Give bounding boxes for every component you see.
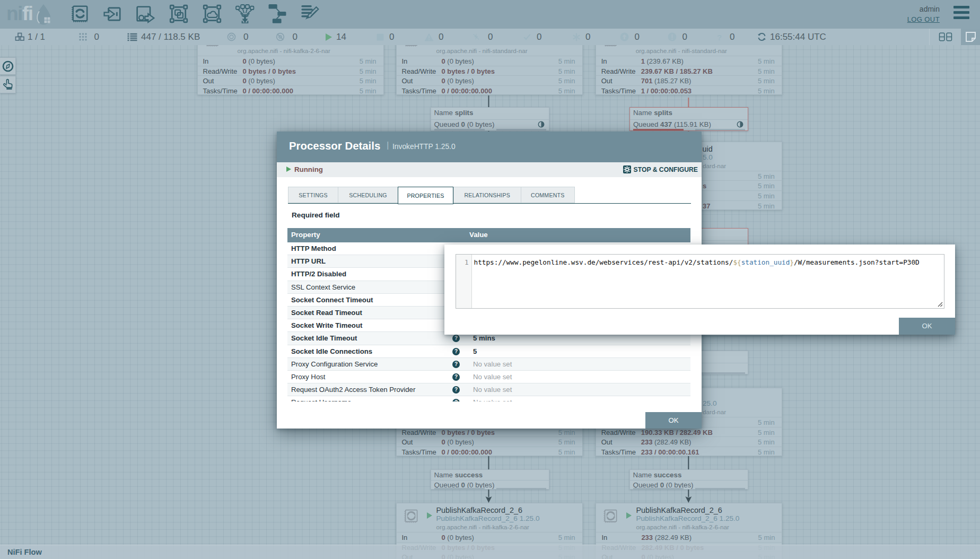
row-value: 0 bytes / 0 bytes	[442, 429, 495, 436]
dialog-ok-button[interactable]: OK	[645, 412, 702, 429]
processor-stat-row: Tasks/Time233 / 00:00:00.1615 min	[596, 447, 782, 457]
processor-subtitle-fragment: 5.0	[703, 153, 713, 161]
tab-scheduling[interactable]: SCHEDULING	[338, 187, 398, 203]
stat-detail: (0 bytes)	[445, 438, 474, 446]
help-question-icon[interactable]: ?	[452, 335, 460, 342]
processor-stat-row: Out0 (0 bytes)5 min	[397, 75, 582, 85]
processor-stat-row: In0 (0 bytes)5 min	[198, 56, 383, 66]
bulletin-note-button[interactable]	[961, 29, 980, 45]
drag-process-group-icon[interactable]	[169, 4, 188, 23]
property-value[interactable]: No value set	[473, 360, 512, 368]
sticky-note-icon	[965, 31, 976, 42]
row-label: Out	[402, 438, 413, 446]
connection-splits-left[interactable]: Name splits Queued 0 (0 bytes)	[431, 107, 549, 131]
drag-label-icon[interactable]	[301, 4, 320, 23]
connection-success-right[interactable]: Name success Queued 0 (0 bytes)	[629, 469, 748, 490]
help-question-icon[interactable]: ?	[452, 386, 460, 394]
row-period: 5 min	[758, 418, 775, 426]
refresh-icon[interactable]	[757, 32, 766, 41]
tab-settings[interactable]: SETTINGS	[288, 187, 338, 203]
flow-status-bar: 1 / 1 0 447 / 118.5 KB	[0, 29, 980, 45]
property-row[interactable]: Request OAuth2 Access Token Provider?No …	[287, 383, 690, 396]
row-value-fragment: 37	[703, 202, 710, 210]
status-invalid: 0	[424, 29, 443, 45]
grid-toggle-button[interactable]	[930, 29, 961, 45]
logout-link[interactable]: LOG OUT	[907, 15, 940, 23]
status-up-to-date: 0	[523, 29, 541, 45]
transmitting-count: 0	[243, 32, 248, 42]
row-period: 5 min	[558, 429, 575, 436]
processor-top-left[interactable]: org.apache.nifi - nifi-kafka-2-6-nar In0…	[197, 45, 384, 95]
status-refresh[interactable]: 16:55:44 UTC	[757, 29, 826, 45]
stopped-count: 0	[389, 32, 394, 42]
row-value: 0 (0 bytes)	[442, 77, 474, 85]
tab-relationships[interactable]: RELATIONSHIPS	[453, 187, 521, 203]
popup-ok-button[interactable]: OK	[899, 318, 955, 335]
row-period: 5 min	[758, 448, 775, 456]
stat-detail: (0 bytes)	[445, 57, 474, 65]
drag-funnel-icon[interactable]	[235, 4, 255, 23]
help-question-icon[interactable]: ?	[452, 373, 460, 381]
drag-remote-process-group-icon[interactable]	[203, 4, 222, 23]
row-label: Out	[402, 77, 413, 85]
row-period: 5 min	[758, 192, 775, 200]
queued-count: 447 / 118.5 KB	[141, 32, 200, 42]
global-menu-icon[interactable]	[953, 6, 970, 22]
status-disabled: 0	[472, 29, 493, 45]
processor-stat-row: In0 (0 bytes)5 min	[397, 56, 582, 66]
row-value: 190.33 KB / 282.49 KB	[641, 429, 713, 436]
last-refresh-time: 16:55:44 UTC	[770, 32, 826, 42]
drag-output-port-icon[interactable]	[136, 4, 155, 23]
row-label: Tasks/Time	[601, 448, 636, 456]
connection-success-left[interactable]: Name success Queued 0 (0 bytes)	[431, 469, 549, 490]
row-value: 0 (0 bytes)	[442, 57, 474, 65]
help-question-icon[interactable]: ?	[452, 361, 460, 368]
stat-number: 239.67 KB / 185.27 KB	[641, 67, 713, 75]
row-label: In	[203, 57, 209, 65]
processor-stat-row: Out0 (0 bytes)5 min	[397, 436, 582, 447]
property-value[interactable]: 5 mins	[473, 334, 495, 342]
row-period: 5 min	[558, 77, 575, 85]
running-triangle-icon	[427, 512, 432, 519]
processor-title: PublishKafkaRecord_2_6	[636, 506, 722, 514]
row-period: 5 min	[758, 202, 775, 210]
label-separator	[630, 480, 748, 481]
breadcrumb[interactable]: NiFi Flow	[7, 548, 42, 556]
processor-top-mid[interactable]: org.apache.nifi - nifi-standard-nar In0 …	[396, 45, 583, 95]
nifi-logo: nifi	[6, 1, 52, 28]
help-question-icon[interactable]: ?	[452, 348, 460, 355]
tab-properties[interactable]: PROPERTIES	[398, 187, 453, 204]
backpressure-count-bar	[633, 129, 684, 130]
row-value: 0 (0 bytes)	[442, 438, 474, 446]
tab-comments[interactable]: COMMENTS	[521, 187, 575, 203]
nifi-logo-text: nifi	[6, 4, 33, 23]
help-question-icon[interactable]: ?	[452, 399, 460, 401]
drag-template-icon[interactable]	[268, 4, 287, 23]
processor-nar-fragment: dard-nar	[703, 162, 726, 169]
column-value: Value	[469, 231, 488, 239]
property-value[interactable]: 5	[473, 347, 477, 355]
property-value[interactable]: No value set	[473, 398, 512, 401]
property-row[interactable]: Proxy Configuration Service?No value set	[287, 358, 690, 371]
property-value[interactable]: No value set	[473, 386, 512, 394]
processor-nar: org.apache.nifi - nifi-kafka-2-6-nar	[636, 523, 729, 530]
editor-content[interactable]: https://www.pegelonline.wsv.de/webservic…	[474, 258, 920, 266]
processor-top-right[interactable]: org.apache.nifi - nifi-standard-nar In1 …	[596, 45, 782, 95]
row-period: 5 min	[558, 534, 575, 541]
label-separator	[431, 119, 549, 120]
queued-size: (115.91 KB)	[672, 120, 711, 128]
property-name: Socket Idle Timeout	[291, 334, 357, 342]
not-transmitting-count: 0	[293, 32, 298, 42]
stop-and-configure-button[interactable]: STOP & CONFIGURE	[623, 165, 698, 173]
processor-stat-row: Out233 (282.49 KB)5 min	[596, 436, 782, 447]
property-row[interactable]: Socket Idle Connections?5	[287, 345, 690, 358]
stat-number: s	[703, 182, 706, 190]
property-row[interactable]: Request Username?No value set	[287, 396, 690, 401]
property-row[interactable]: Proxy Host?No value set	[287, 371, 690, 383]
property-value[interactable]: No value set	[473, 373, 512, 381]
resize-handle-icon[interactable]	[938, 302, 943, 307]
code-editor[interactable]: 1 https://www.pegelonline.wsv.de/webserv…	[456, 254, 944, 309]
connection-splits-right[interactable]: Name splits Queued 437 (115.91 KB)	[629, 107, 748, 131]
drag-input-port-icon[interactable]	[103, 4, 122, 23]
drag-processor-icon[interactable]	[71, 4, 90, 23]
